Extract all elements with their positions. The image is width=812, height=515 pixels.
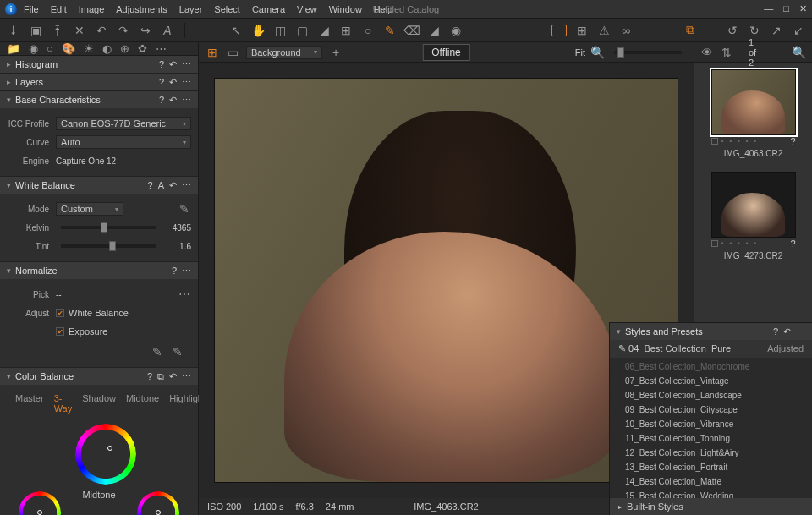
style-item[interactable]: 09_Best Collection_Cityscape [610, 403, 812, 417]
minimize-button[interactable]: — [764, 3, 773, 14]
redo-icon[interactable]: ↷ [117, 24, 130, 37]
menu-layer[interactable]: Layer [179, 4, 203, 14]
reset-icon[interactable]: ↶ [169, 77, 177, 88]
layers-header[interactable]: ▸ Layers ?↶⋯ [0, 74, 198, 90]
redo2-icon[interactable]: ↪ [139, 24, 152, 37]
tab-lens-icon[interactable]: ○ [47, 42, 53, 55]
menu-icon[interactable]: ⋯ [182, 266, 191, 277]
layer-select[interactable]: Background▾ [246, 46, 322, 59]
reset-icon[interactable]: ↶ [169, 180, 177, 191]
help-icon[interactable]: ? [148, 180, 153, 191]
tab-local-icon[interactable]: ⊕ [120, 42, 129, 55]
highlight-wheel[interactable]: Highlight [134, 491, 182, 515]
midtone-wheel[interactable] [75, 424, 123, 485]
tab-library-icon[interactable]: 📁 [7, 42, 20, 55]
cb-tab-shadow[interactable]: Shadow [82, 393, 116, 414]
cursor-icon[interactable]: ↖ [229, 24, 243, 37]
style-item[interactable]: 10_Best Collection_Vibrance [610, 417, 812, 431]
style-item[interactable]: 08_Best Collection_Landscape [610, 388, 812, 403]
reset-icon[interactable]: ↶ [169, 59, 177, 70]
cb-tab-3way[interactable]: 3-Way [54, 393, 73, 414]
style-item[interactable]: 13_Best Collection_Portrait [610, 460, 812, 474]
select-checkbox[interactable] [711, 138, 718, 145]
add-layer-icon[interactable]: + [329, 46, 343, 59]
info-icon[interactable]: ? [790, 238, 795, 249]
prev-icon[interactable]: ↙ [792, 24, 805, 37]
style-item[interactable]: 12_Best Collection_Light&Airy [610, 446, 812, 460]
reset-icon[interactable]: ↶ [169, 371, 177, 382]
menu-view[interactable]: View [297, 4, 317, 14]
select-checkbox[interactable] [711, 240, 718, 247]
hand-icon[interactable]: ✋ [251, 24, 265, 37]
crop-icon[interactable]: ▢ [295, 24, 309, 37]
styles-list[interactable]: 06_Best Collection_Monochrome 07_Best Co… [610, 358, 812, 498]
menu-camera[interactable]: Camera [252, 4, 285, 14]
help-icon[interactable]: ? [147, 371, 152, 382]
overlay-icon[interactable] [551, 25, 567, 36]
eyedropper-icon[interactable]: ✎ [178, 202, 191, 216]
color-balance-header[interactable]: ▾ Color Balance ?⧉↶⋯ [0, 368, 198, 385]
rotate-left-icon[interactable]: ↺ [726, 24, 739, 37]
import-icon[interactable]: ⭳ [7, 24, 20, 37]
histogram-header[interactable]: ▸ Histogram ?↶⋯ [0, 56, 198, 73]
eraser-icon[interactable]: ⌫ [405, 24, 419, 37]
tab-color-icon[interactable]: 🎨 [62, 42, 75, 55]
keystone-icon[interactable]: ⊞ [339, 24, 353, 37]
warning-icon[interactable]: ⚠ [597, 24, 611, 37]
spot-icon[interactable]: ○ [361, 24, 375, 37]
tab-details-icon[interactable]: ◐ [102, 42, 112, 55]
wb-header[interactable]: ▾ White Balance ?A↶⋯ [0, 177, 198, 194]
options-icon[interactable]: ⋯ [178, 288, 191, 301]
curve-select[interactable]: Auto▾ [56, 135, 191, 149]
next-icon[interactable]: ↗ [770, 24, 783, 37]
radial-icon[interactable]: ◉ [449, 24, 463, 37]
menu-icon[interactable]: ⋯ [182, 371, 191, 382]
view-single-icon[interactable]: ▭ [226, 46, 239, 59]
rotate-right-icon[interactable]: ↻ [748, 24, 761, 37]
cb-tab-master[interactable]: Master [15, 393, 44, 414]
thumbnail[interactable]: • • • • •? IMG_4063.CR2 [711, 69, 796, 158]
copy-icon[interactable]: ⧉ [157, 371, 164, 382]
tint-slider[interactable] [61, 244, 156, 248]
help-icon[interactable]: ? [159, 77, 164, 88]
exposure-checkbox[interactable]: ✔ [56, 327, 64, 336]
export-icon[interactable]: ⭱ [51, 24, 64, 37]
zoom-slider[interactable] [614, 51, 682, 54]
help-icon[interactable]: ? [159, 95, 164, 106]
view-grid-icon[interactable]: ⊞ [206, 46, 219, 59]
loupe-icon[interactable]: ◫ [273, 24, 287, 37]
style-item[interactable]: 14_Best Collection_Matte [610, 474, 812, 489]
search-icon[interactable]: 🔍 [792, 46, 805, 59]
menu-adjustments[interactable]: Adjustments [116, 4, 167, 14]
wb-checkbox[interactable]: ✔ [56, 309, 64, 317]
gradient-icon[interactable]: ◢ [427, 24, 441, 37]
thumbnail[interactable]: • • • • •? IMG_4273.CR2 [711, 172, 796, 260]
style-item[interactable]: 06_Best Collection_Monochrome [610, 359, 812, 374]
icc-select[interactable]: Canon EOS-77D Generic▾ [56, 117, 191, 130]
normalize-header[interactable]: ▾ Normalize ?⋯ [0, 262, 198, 279]
grid-icon[interactable]: ⊞ [575, 24, 589, 37]
copy-adjust-icon[interactable]: ⧉ [683, 24, 697, 37]
kelvin-value[interactable]: 4365 [161, 223, 191, 233]
menu-icon[interactable]: ⋯ [182, 77, 191, 88]
tab-capture-icon[interactable]: ◉ [29, 42, 38, 55]
reset-icon[interactable]: ↶ [783, 326, 791, 337]
builtin-styles[interactable]: ▸Built-in Styles [610, 498, 812, 515]
menu-select[interactable]: Select [214, 4, 240, 14]
styles-header[interactable]: ▾ Styles and Presets ?↶⋯ [610, 323, 812, 340]
menu-edit[interactable]: Edit [51, 4, 67, 14]
help-icon[interactable]: ? [773, 326, 778, 337]
base-header[interactable]: ▾ Base Characteristics ?↶⋯ [0, 91, 198, 108]
info-icon[interactable]: ? [790, 136, 795, 146]
style-item[interactable]: 15_Best Collection_Wedding [610, 489, 812, 498]
cancel-icon[interactable]: ✕ [73, 24, 86, 37]
capture-icon[interactable]: ▣ [29, 24, 42, 37]
tab-exposure-icon[interactable]: ☀ [84, 42, 94, 55]
help-icon[interactable]: ? [172, 266, 177, 277]
maximize-button[interactable]: □ [783, 3, 789, 14]
shadow-wheel[interactable]: Shadow [16, 491, 63, 515]
cb-tab-midtone[interactable]: Midtone [126, 393, 159, 414]
focus-mask-icon[interactable]: ∞ [619, 24, 633, 37]
menu-window[interactable]: Window [329, 4, 362, 14]
help-icon[interactable]: ? [159, 59, 164, 70]
